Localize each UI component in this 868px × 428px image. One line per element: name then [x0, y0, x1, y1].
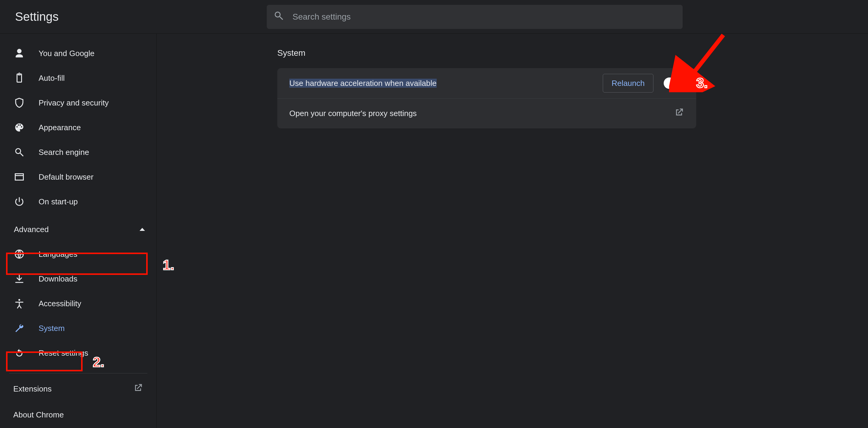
external-link-icon: [674, 107, 684, 120]
search-field[interactable]: [267, 5, 683, 29]
sidebar-item-reset[interactable]: Reset settings: [0, 341, 156, 365]
window-icon: [14, 172, 25, 182]
settings-card-system: Use hardware acceleration when available…: [277, 68, 696, 128]
sidebar-item-label: Reset settings: [38, 348, 88, 358]
sidebar-item-languages[interactable]: Languages: [0, 242, 156, 267]
annotation-number-3: 3.: [696, 75, 708, 91]
sidebar-item-label: Languages: [38, 250, 78, 259]
globe-icon: [14, 249, 25, 259]
sidebar-item-label: You and Google: [38, 49, 95, 58]
sidebar-item-search-engine[interactable]: Search engine: [0, 140, 156, 164]
toggle-knob: [664, 78, 675, 89]
sidebar-item-label: Auto-fill: [38, 73, 65, 83]
sidebar-item-label: On start-up: [38, 197, 78, 207]
setting-row-proxy[interactable]: Open your computer's proxy settings: [277, 98, 696, 128]
sidebar-item-startup[interactable]: On start-up: [0, 189, 156, 214]
reset-icon: [14, 347, 25, 358]
shield-icon: [14, 97, 25, 108]
toggle-hardware-accel[interactable]: [664, 79, 684, 88]
svg-point-1: [19, 299, 20, 301]
sidebar-item-label: Privacy and security: [38, 98, 109, 108]
sidebar-item-extensions[interactable]: Extensions: [9, 376, 147, 402]
search-icon: [273, 10, 284, 23]
sidebar-item-label: Default browser: [38, 173, 93, 182]
setting-controls: Relaunch: [603, 74, 684, 93]
setting-label: Open your computer's proxy settings: [289, 109, 417, 118]
sidebar-item-appearance[interactable]: Appearance: [0, 115, 156, 140]
sidebar: You and Google Auto-fill Privacy and sec…: [0, 34, 157, 428]
sidebar-item-downloads[interactable]: Downloads: [0, 267, 156, 291]
section-title: System: [277, 48, 868, 58]
external-link-icon: [133, 383, 143, 395]
sidebar-item-accessibility[interactable]: Accessibility: [0, 291, 156, 316]
sidebar-item-label: Downloads: [38, 274, 78, 284]
chevron-up-icon: [140, 228, 145, 231]
search-icon: [14, 147, 25, 158]
page-title: Settings: [15, 10, 59, 24]
sidebar-item-you-and-google[interactable]: You and Google: [0, 41, 156, 66]
wrench-icon: [14, 323, 25, 334]
sidebar-item-default-browser[interactable]: Default browser: [0, 164, 156, 189]
advanced-label: Advanced: [14, 225, 49, 234]
setting-row-hardware-accel: Use hardware acceleration when available…: [277, 68, 696, 98]
setting-label: Use hardware acceleration when available: [289, 79, 437, 88]
sidebar-item-autofill[interactable]: Auto-fill: [0, 66, 156, 90]
top-bar: Settings: [0, 0, 868, 34]
palette-icon: [14, 122, 25, 133]
sidebar-item-about[interactable]: About Chrome: [9, 402, 147, 428]
sidebar-item-label: Appearance: [38, 123, 81, 132]
sidebar-item-label: Search engine: [38, 148, 89, 157]
relaunch-button[interactable]: Relaunch: [603, 74, 653, 93]
sidebar-item-label: Accessibility: [38, 299, 82, 308]
sidebar-item-privacy[interactable]: Privacy and security: [0, 90, 156, 115]
search-input[interactable]: [292, 5, 676, 29]
sidebar-item-label: System: [38, 324, 65, 333]
power-icon: [14, 196, 25, 207]
clipboard-icon: [14, 73, 25, 84]
sidebar-footer: Extensions About Chrome: [9, 373, 147, 428]
accessibility-icon: [14, 298, 25, 309]
download-icon: [14, 273, 25, 284]
sidebar-item-system[interactable]: System: [0, 316, 156, 341]
sidebar-item-label: About Chrome: [13, 410, 64, 420]
sidebar-section-advanced[interactable]: Advanced: [0, 217, 156, 242]
main-content: System Use hardware acceleration when av…: [157, 34, 868, 428]
sidebar-item-label: Extensions: [13, 384, 52, 394]
person-icon: [14, 48, 25, 59]
